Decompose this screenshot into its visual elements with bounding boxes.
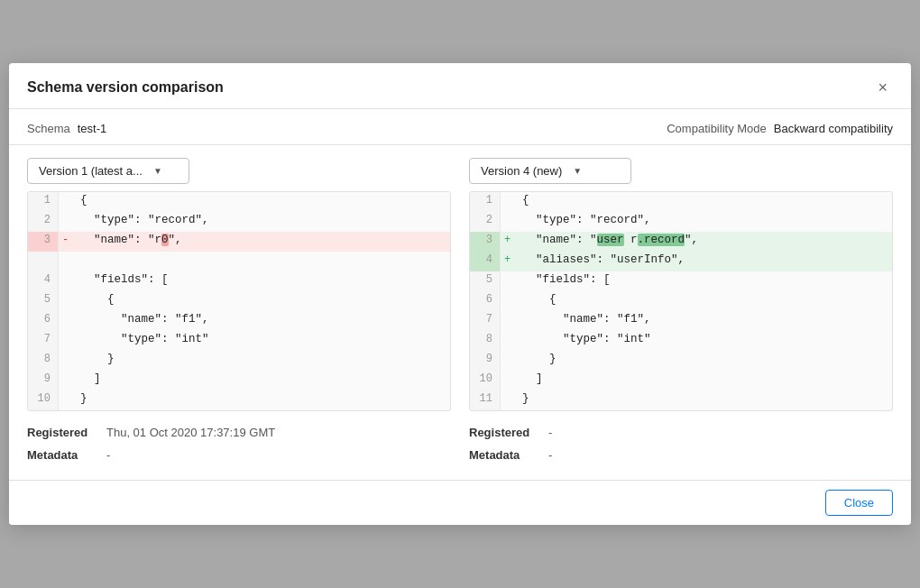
diff-line: 10 ] [470,371,892,390]
line-content: "name": "user r.record", [515,232,892,252]
line-prefix [59,291,73,311]
line-number: 3 [470,232,501,252]
line-number: 6 [470,291,501,311]
right-metadata-value: - [548,448,552,462]
diff-area: 1 {2 "type": "record",3- "name": "r0", 4… [9,191,911,411]
diff-line: 11 } [470,390,892,410]
line-prefix [501,371,515,390]
diff-line: 9 } [470,351,892,371]
line-prefix [501,311,515,331]
schema-info-row: Schema test-1 Compatibility Mode Backwar… [9,109,911,145]
line-prefix [501,271,515,291]
version-left-label: Version 1 (latest a... [39,164,143,178]
line-prefix [59,371,73,390]
diff-line: 5 { [28,291,450,311]
line-number: 9 [470,351,501,371]
line-prefix [59,192,73,212]
compat-mode-value: Backward compatibility [774,122,893,135]
diff-line: 8 "type": "int" [470,331,892,351]
line-content: { [515,291,892,311]
line-content: "type": "int" [515,331,892,351]
diff-line: 8 } [28,351,450,371]
diff-line: 7 "type": "int" [28,331,450,351]
line-content: "aliases": "userInfo", [515,252,892,271]
modal-close-button[interactable]: × [872,78,893,97]
line-number: 10 [28,390,59,410]
line-prefix [59,390,73,410]
version-right-arrow: ▼ [573,166,582,176]
modal-header: Schema version comparison × [9,63,911,109]
line-number: 2 [28,212,59,232]
version-right-dropdown[interactable]: Version 4 (new) ▼ [469,158,631,184]
diff-line: 6 "name": "f1", [28,311,450,331]
diff-line [28,252,450,271]
line-number: 10 [470,371,501,390]
diff-line: 7 "name": "f1", [470,311,892,331]
line-content: "name": "f1", [515,311,892,331]
diff-line: 5 "fields": [ [470,271,892,291]
line-prefix: + [501,232,515,252]
line-content: { [73,192,450,212]
version-left-dropdown[interactable]: Version 1 (latest a... ▼ [27,158,189,184]
line-number: 1 [470,192,501,212]
right-metadata-label: Metadata [469,448,541,462]
line-content: } [73,351,450,371]
line-prefix [59,331,73,351]
schema-value: test-1 [78,122,107,135]
line-prefix [501,212,515,232]
line-number: 8 [470,331,501,351]
schema-info-left: Schema test-1 [27,122,106,135]
left-metadata-value: - [106,448,110,462]
line-number: 7 [470,311,501,331]
line-number: 6 [28,311,59,331]
dropdown-right-container: Version 4 (new) ▼ [451,158,893,184]
diff-line: 1 { [470,192,892,212]
diff-panel-left: 1 {2 "type": "record",3- "name": "r0", 4… [27,191,451,411]
line-prefix [501,331,515,351]
diff-line: 6 { [470,291,892,311]
right-registered-item: Registered - [469,426,893,439]
diff-line: 4 "fields": [ [28,271,450,291]
line-prefix [501,390,515,410]
line-content: "name": "f1", [73,311,450,331]
line-prefix [501,351,515,371]
diff-line: 3+ "name": "user r.record", [470,232,892,252]
line-number: 8 [28,351,59,371]
schema-info-right: Compatibility Mode Backward compatibilit… [667,122,893,135]
line-content: ] [73,371,450,390]
line-number: 3 [28,232,59,252]
version-right-label: Version 4 (new) [481,164,562,178]
modal: Schema version comparison × Schema test-… [9,63,911,525]
line-content: "type": "record", [515,212,892,232]
line-content: { [73,291,450,311]
metadata-right: Registered - Metadata - [451,426,893,471]
modal-footer: Close [9,480,911,525]
diff-line: 1 { [28,192,450,212]
line-number: 9 [28,371,59,390]
dropdown-left-container: Version 1 (latest a... ▼ [27,158,451,184]
right-registered-value: - [548,426,552,439]
footer-close-button[interactable]: Close [825,490,893,516]
line-prefix [59,311,73,331]
line-content: ] [515,371,892,390]
line-content: "type": "record", [73,212,450,232]
diff-line: 4+ "aliases": "userInfo", [470,252,892,271]
left-metadata-item: Metadata - [27,448,451,462]
line-content [73,252,450,271]
line-prefix [59,212,73,232]
diff-line: 10 } [28,390,450,410]
line-prefix: - [59,232,73,252]
diff-line: 9 ] [28,371,450,390]
line-prefix [59,351,73,371]
line-number: 1 [28,192,59,212]
diff-panel-right: 1 {2 "type": "record",3+ "name": "user r… [469,191,893,411]
line-prefix [59,271,73,291]
line-number: 7 [28,331,59,351]
modal-title: Schema version comparison [27,79,224,96]
metadata-row: Registered Thu, 01 Oct 2020 17:37:19 GMT… [9,411,911,480]
diff-line: 3- "name": "r0", [28,232,450,252]
dropdowns-row: Version 1 (latest a... ▼ Version 4 (new)… [9,145,911,191]
compat-mode-label: Compatibility Mode [667,122,767,135]
line-content: } [515,390,892,410]
line-number [28,252,59,271]
